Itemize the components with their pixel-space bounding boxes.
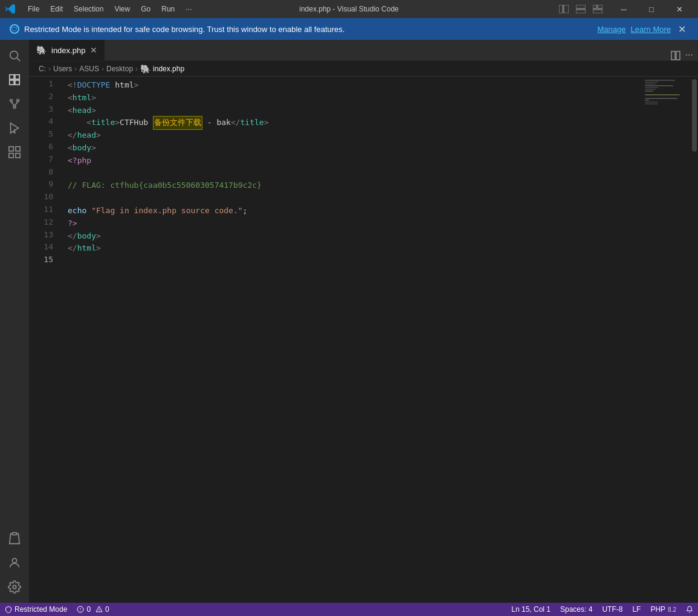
svg-rect-10 xyxy=(15,75,19,79)
split-editor-icon[interactable] xyxy=(559,5,569,13)
mini-line-11 xyxy=(645,98,677,99)
svg-rect-2 xyxy=(576,5,586,8)
code-line-5: </head> xyxy=(68,129,633,142)
activity-bar xyxy=(0,40,29,603)
line-num-5: 5 xyxy=(29,128,53,141)
account-icon[interactable] xyxy=(4,552,25,574)
svg-rect-23 xyxy=(9,153,13,158)
cursor-position[interactable]: Ln 15, Col 1 xyxy=(506,603,555,616)
tab-index-php[interactable]: 🐘 index.php ✕ xyxy=(29,40,105,60)
more-actions-button[interactable]: ··· xyxy=(685,50,693,60)
menu-go[interactable]: Go xyxy=(136,3,155,15)
svg-line-16 xyxy=(11,101,15,106)
menu-more[interactable]: ··· xyxy=(181,3,196,15)
notifications-status[interactable] xyxy=(681,603,698,616)
svg-rect-4 xyxy=(593,5,596,8)
mini-line-4 xyxy=(645,85,673,86)
php-file-icon: 🐘 xyxy=(36,45,47,55)
svg-point-20 xyxy=(14,132,15,133)
svg-point-13 xyxy=(10,100,13,102)
breadcrumb-desktop[interactable]: Desktop xyxy=(106,65,133,73)
svg-point-7 xyxy=(10,51,18,59)
svg-point-26 xyxy=(12,559,16,563)
svg-rect-1 xyxy=(564,5,569,13)
svg-rect-6 xyxy=(593,10,603,13)
explorer-icon[interactable] xyxy=(4,69,25,91)
breadcrumb-c[interactable]: C: xyxy=(39,65,46,73)
svg-rect-21 xyxy=(9,147,13,151)
learn-more-link[interactable]: Learn More xyxy=(631,25,671,34)
run-debug-icon[interactable] xyxy=(4,117,25,139)
line-ending-status[interactable]: LF xyxy=(627,603,645,616)
code-line-12: ?> xyxy=(68,217,633,230)
line-num-4: 4 xyxy=(29,115,53,128)
minimap xyxy=(642,77,691,603)
line-num-11: 11 xyxy=(29,204,53,216)
spaces-status[interactable]: Spaces: 4 xyxy=(555,603,597,616)
main-layout: 🐘 index.php ✕ ··· C: › Users › ASUS › De… xyxy=(0,40,698,603)
shield-icon: 🛡 xyxy=(10,24,19,34)
encoding-status[interactable]: UTF-8 xyxy=(597,603,627,616)
code-line-6: <body> xyxy=(68,142,633,155)
breadcrumb-file[interactable]: index.php xyxy=(153,65,184,73)
breadcrumb: C: › Users › ASUS › Desktop › 🐘 index.ph… xyxy=(29,61,698,77)
layout-icons xyxy=(559,5,610,13)
line-num-8: 8 xyxy=(29,166,53,179)
svg-rect-24 xyxy=(16,153,20,158)
svg-rect-5 xyxy=(598,5,603,8)
menu-selection[interactable]: Selection xyxy=(69,3,108,15)
code-line-14: </html> xyxy=(68,242,633,255)
menu-edit[interactable]: Edit xyxy=(45,3,68,15)
language-status[interactable]: PHP 8.2 xyxy=(645,603,681,616)
line-num-12: 12 xyxy=(29,216,53,229)
extensions-icon[interactable] xyxy=(4,141,25,163)
restricted-mode-status[interactable]: Restricted Mode xyxy=(0,603,72,616)
line-num-13: 13 xyxy=(29,229,53,242)
testing-icon[interactable] xyxy=(4,528,25,550)
code-line-1: <!DOCTYPE html> xyxy=(68,79,633,92)
svg-rect-28 xyxy=(671,51,675,60)
line-num-9: 9 xyxy=(29,178,53,191)
shield-status-icon xyxy=(5,606,12,613)
window-controls: ─ □ ✕ xyxy=(559,0,693,18)
source-control-icon[interactable] xyxy=(4,93,25,115)
tab-label: index.php xyxy=(51,46,85,55)
close-button[interactable]: ✕ xyxy=(665,0,693,18)
code-editor[interactable]: 1 2 3 4 5 6 7 8 9 10 11 12 13 14 15 <!DO… xyxy=(29,77,698,603)
settings-icon[interactable] xyxy=(4,576,25,598)
search-icon[interactable] xyxy=(4,45,25,66)
maximize-button[interactable]: □ xyxy=(638,0,665,18)
mini-line-3 xyxy=(645,83,656,85)
manage-link[interactable]: Manage xyxy=(598,25,626,34)
scrollbar-thumb[interactable] xyxy=(692,79,697,152)
menu-run[interactable]: Run xyxy=(157,3,179,15)
minimize-button[interactable]: ─ xyxy=(610,0,638,18)
code-line-7: <?php xyxy=(68,155,633,167)
vscode-logo-icon xyxy=(5,4,16,14)
breadcrumb-users[interactable]: Users xyxy=(53,65,72,73)
error-icon xyxy=(77,606,84,613)
errors-status[interactable]: 0 0 xyxy=(72,603,114,616)
tab-close-button[interactable]: ✕ xyxy=(90,45,97,55)
svg-rect-29 xyxy=(676,51,680,60)
mini-line-1 xyxy=(645,80,675,81)
customize-layout-icon[interactable] xyxy=(593,5,603,13)
code-line-11: echo "Flag in index.php source code."; xyxy=(68,205,633,217)
layout-icon[interactable] xyxy=(576,5,586,13)
menu-view[interactable]: View xyxy=(109,3,135,15)
svg-point-27 xyxy=(13,585,16,589)
restricted-mode-label: Restricted Mode xyxy=(15,605,67,614)
tab-bar: 🐘 index.php ✕ ··· xyxy=(29,40,698,61)
svg-line-8 xyxy=(17,58,20,61)
code-line-3: <head> xyxy=(68,104,633,117)
svg-point-15 xyxy=(13,106,16,109)
menu-file[interactable]: File xyxy=(23,3,44,15)
banner-close-button[interactable]: ✕ xyxy=(676,24,688,35)
status-bar: Restricted Mode 0 0 Ln 15, Col 1 Spaces:… xyxy=(0,603,698,616)
code-content[interactable]: <!DOCTYPE html> <html> <head> <title>CTF… xyxy=(58,77,642,603)
breadcrumb-asus[interactable]: ASUS xyxy=(79,65,99,73)
code-line-4: <title>CTFHub 备份文件下载 - bak</title> xyxy=(68,117,633,129)
vertical-scrollbar[interactable] xyxy=(691,77,698,603)
split-editor-button[interactable] xyxy=(671,50,680,60)
line-num-1: 1 xyxy=(29,78,53,91)
